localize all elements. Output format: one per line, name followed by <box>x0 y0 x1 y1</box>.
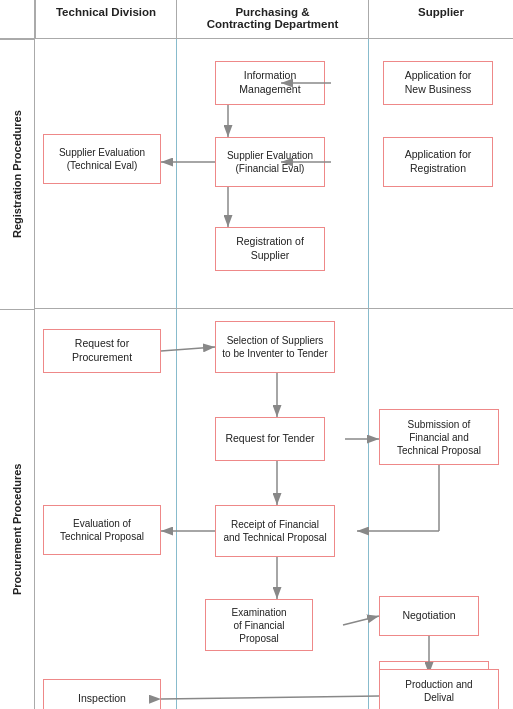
supp-eval-tech-box: Supplier Evaluation(Technical Eval) <box>43 134 161 184</box>
reg-label: Registration Procedures <box>0 39 34 309</box>
reg-tech-col: Supplier Evaluation(Technical Eval) <box>35 39 177 308</box>
proc-supp-col: Submission ofFinancial andTechnical Prop… <box>369 309 513 709</box>
body-row: Registration Procedures Procurement Proc… <box>0 39 513 709</box>
reg-supplier-box: Registration ofSupplier <box>215 227 325 271</box>
app-new-box: Application forNew Business <box>383 61 493 105</box>
info-mgmt-box: InformationManagement <box>215 61 325 105</box>
reg-section: Supplier Evaluation(Technical Eval) Info… <box>35 39 513 309</box>
proc-section: Request forProcurement Evaluation ofTech… <box>35 309 513 709</box>
reg-supp-col: Application forNew Business Application … <box>369 39 513 308</box>
header-side <box>0 0 35 38</box>
inspection-box: Inspection <box>43 679 161 709</box>
reg-purch-col: InformationManagement Supplier Evaluatio… <box>177 39 369 308</box>
receipt-box: Receipt of Financialand Technical Propos… <box>215 505 335 557</box>
exam-fin-box: Examinationof FinancialProposal <box>205 599 313 651</box>
supp-eval-fin-box: Supplier Evaluation(Financial Eval) <box>215 137 325 187</box>
req-proc-box: Request forProcurement <box>43 329 161 373</box>
app-reg-box: Application forRegistration <box>383 137 493 187</box>
sub-proposal-box: Submission ofFinancial andTechnical Prop… <box>379 409 499 465</box>
negotiation-box: Negotiation <box>379 596 479 636</box>
label-col: Registration Procedures Procurement Proc… <box>0 39 35 709</box>
proc-label: Procurement Procedures <box>0 309 34 709</box>
purch-header: Purchasing &Contracting Department <box>177 0 369 38</box>
eval-tech-box: Evaluation ofTechnical Proposal <box>43 505 161 555</box>
req-tender-box: Request for Tender <box>215 417 325 461</box>
content-area: Supplier Evaluation(Technical Eval) Info… <box>35 39 513 709</box>
supp-header: Supplier <box>369 0 513 38</box>
sel-suppliers-box: Selection of Suppliersto be Inventer to … <box>215 321 335 373</box>
prod-delival-box2: Production andDelival <box>379 669 499 709</box>
tech-header: Technical Division <box>35 0 177 38</box>
proc-purch-col: Selection of Suppliersto be Inventer to … <box>177 309 369 709</box>
proc-tech-col: Request forProcurement Evaluation ofTech… <box>35 309 177 709</box>
header-row: Technical Division Purchasing &Contracti… <box>0 0 513 39</box>
diagram-wrapper: Technical Division Purchasing &Contracti… <box>0 0 513 709</box>
